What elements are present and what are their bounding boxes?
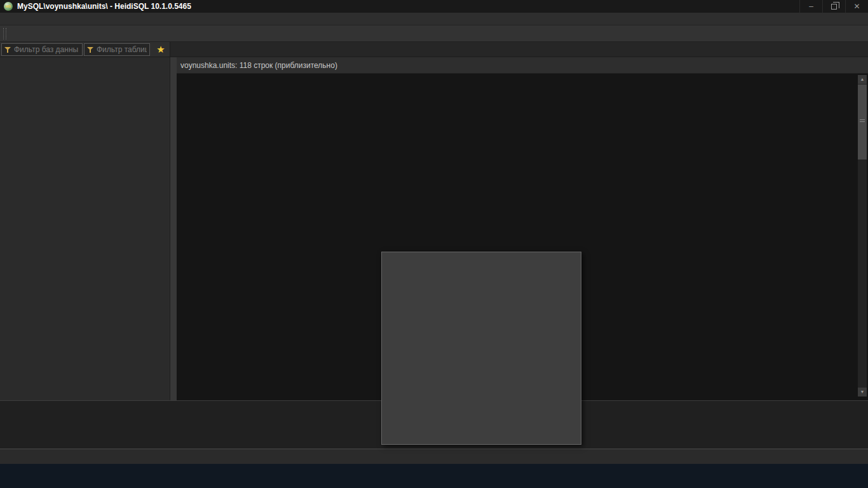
toolbar [0, 25, 868, 42]
vertical-splitter[interactable] [171, 57, 177, 400]
database-filter[interactable] [1, 43, 83, 56]
heidisql-window: HS MySQL\voynushka\units\ - HeidiSQL 10.… [0, 0, 868, 488]
restore-icon [831, 4, 837, 10]
menubar [0, 13, 868, 25]
scroll-up-icon[interactable]: ▲ [858, 75, 867, 84]
statusbar [0, 449, 868, 464]
scrollbar-thumb[interactable] [858, 85, 867, 159]
vertical-scrollbar[interactable]: ▲ ▼ [858, 75, 867, 396]
restore-button[interactable] [822, 0, 845, 13]
tab-row: ★ [0, 42, 868, 57]
window-title: MySQL\voynushka\units\ - HeidiSQL 10.1.0… [17, 2, 191, 11]
toolbar-grip[interactable] [3, 28, 6, 39]
titlebar: HS MySQL\voynushka\units\ - HeidiSQL 10.… [0, 0, 868, 13]
filter-funnel-icon [87, 46, 95, 53]
database-filter-input[interactable] [14, 45, 79, 54]
heidisql-logo-icon: HS [4, 2, 13, 11]
favorites-star-icon[interactable]: ★ [153, 43, 169, 56]
table-filter[interactable] [84, 43, 150, 56]
tabs [170, 42, 177, 57]
close-button[interactable]: ✕ [845, 0, 868, 13]
filter-panel: ★ [0, 42, 170, 57]
filter-funnel-icon [4, 46, 12, 53]
table-filter-input[interactable] [97, 45, 147, 54]
minimize-button[interactable]: – [799, 0, 822, 13]
scroll-down-icon[interactable]: ▼ [858, 388, 867, 396]
windows-taskbar [0, 464, 868, 488]
grid-toolbar: voynushka.units: 118 строк (приблизитель… [177, 57, 868, 74]
connection-tooltip [381, 252, 581, 445]
row-count-status: voynushka.units: 118 строк (приблизитель… [180, 61, 337, 70]
database-tree [0, 57, 170, 400]
